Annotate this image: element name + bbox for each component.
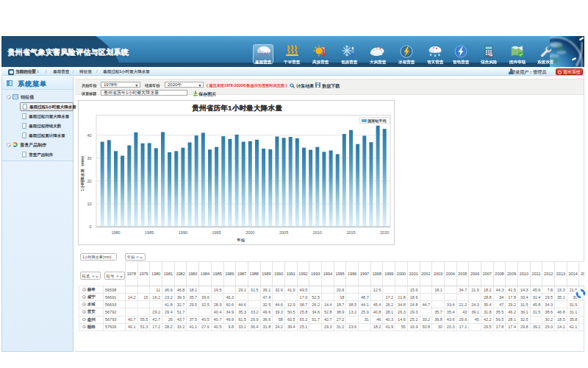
svg-text:1990: 1990 — [179, 230, 187, 235]
svg-text:2010: 2010 — [313, 230, 322, 235]
svg-text:2015: 2015 — [346, 230, 355, 235]
svg-text:2020: 2020 — [380, 230, 389, 235]
svg-text:0: 0 — [89, 224, 91, 229]
svg-text:20: 20 — [87, 179, 91, 183]
svg-text:1995: 1995 — [212, 230, 220, 235]
svg-text:2000: 2000 — [245, 230, 254, 235]
svg-text:1985: 1985 — [145, 230, 154, 235]
svg-text:1980: 1980 — [111, 230, 120, 235]
svg-text:2005: 2005 — [279, 230, 288, 235]
svg-text:10: 10 — [87, 202, 91, 206]
svg-text:40: 40 — [87, 133, 91, 138]
svg-text:30: 30 — [87, 156, 91, 160]
